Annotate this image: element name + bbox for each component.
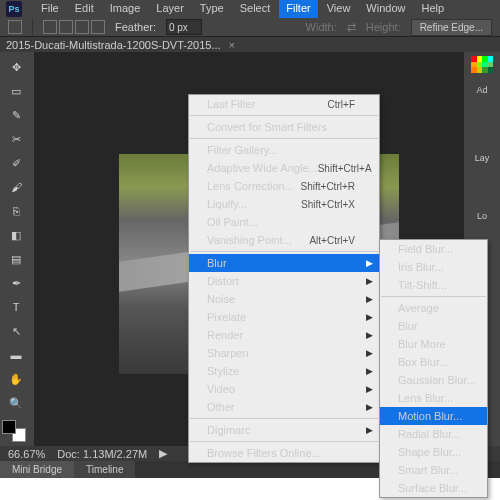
hand-tool-icon[interactable]: ✋	[2, 368, 30, 390]
titlebar: Ps FileEditImageLayerTypeSelectFilterVie…	[0, 0, 500, 18]
filter-item-browse-filters-online[interactable]: Browse Filters Online...	[189, 444, 379, 462]
filter-item-blur[interactable]: Blur▶	[189, 254, 379, 272]
document-tab[interactable]: 2015-Ducati-Multistrada-1200S-DVT-2015..…	[0, 37, 500, 52]
width-label: Width:	[306, 21, 337, 33]
menu-type[interactable]: Type	[193, 0, 231, 18]
move-tool-icon[interactable]: ✥	[2, 56, 30, 78]
lasso-tool-icon[interactable]: ✎	[2, 104, 30, 126]
filter-item-other[interactable]: Other▶	[189, 398, 379, 416]
mini-bridge-tab[interactable]: Mini Bridge	[0, 461, 74, 478]
refine-edge-button[interactable]: Refine Edge...	[411, 19, 492, 36]
swap-icon[interactable]: ⇄	[347, 21, 356, 34]
menu-help[interactable]: Help	[414, 0, 451, 18]
status-arrow-icon[interactable]: ▶	[159, 447, 167, 460]
type-tool-icon[interactable]: T	[2, 296, 30, 318]
filter-menu: Last FilterCtrl+FConvert for Smart Filte…	[188, 94, 380, 463]
marquee-tool-icon[interactable]	[8, 20, 22, 34]
blur-item-motion-blur[interactable]: Motion Blur...	[380, 407, 487, 425]
brush-tool-icon[interactable]: 🖌	[2, 176, 30, 198]
feather-input[interactable]	[166, 19, 202, 35]
blur-item-lens-blur[interactable]: Lens Blur...	[380, 389, 487, 407]
menubar: FileEditImageLayerTypeSelectFilterViewWi…	[30, 0, 451, 18]
log-panel-tab[interactable]: Lo	[477, 211, 487, 221]
height-label: Height:	[366, 21, 401, 33]
layers-panel-tab[interactable]: Lay	[475, 153, 490, 163]
pen-tool-icon[interactable]: ✒	[2, 272, 30, 294]
blur-item-blur-more[interactable]: Blur More	[380, 335, 487, 353]
swatch-color[interactable]	[488, 67, 494, 73]
filter-item-pixelate[interactable]: Pixelate▶	[189, 308, 379, 326]
filter-item-last-filter[interactable]: Last FilterCtrl+F	[189, 95, 379, 113]
adjustments-panel-tab[interactable]: Ad	[476, 85, 487, 95]
crop-tool-icon[interactable]: ✂	[2, 128, 30, 150]
menu-select[interactable]: Select	[233, 0, 278, 18]
zoom-tool-icon[interactable]: 🔍	[2, 392, 30, 414]
app-logo: Ps	[6, 1, 22, 17]
swatches-panel[interactable]	[471, 56, 493, 73]
blur-item-blur[interactable]: Blur	[380, 317, 487, 335]
filter-item-digimarc[interactable]: Digimarc▶	[189, 421, 379, 439]
menu-edit[interactable]: Edit	[68, 0, 101, 18]
marquee-tool-icon[interactable]: ▭	[2, 80, 30, 102]
blur-item-average[interactable]: Average	[380, 299, 487, 317]
blur-item-tilt-shift[interactable]: Tilt-Shift...	[380, 276, 487, 294]
gradient-tool-icon[interactable]: ▤	[2, 248, 30, 270]
close-tab-icon[interactable]: ×	[229, 39, 235, 51]
filter-item-vanishing-point[interactable]: Vanishing Point...Alt+Ctrl+V	[189, 231, 379, 249]
filter-item-convert-for-smart-filters[interactable]: Convert for Smart Filters	[189, 118, 379, 136]
blur-item-surface-blur[interactable]: Surface Blur...	[380, 479, 487, 497]
eyedropper-tool-icon[interactable]: ✐	[2, 152, 30, 174]
color-swatch[interactable]	[2, 420, 28, 442]
shape-tool-icon[interactable]: ▬	[2, 344, 30, 366]
blur-item-smart-blur[interactable]: Smart Blur...	[380, 461, 487, 479]
feather-label: Feather:	[115, 21, 156, 33]
blur-item-gaussian-blur[interactable]: Gaussian Blur...	[380, 371, 487, 389]
filter-item-adaptive-wide-angle[interactable]: Adaptive Wide Angle...Shift+Ctrl+A	[189, 159, 379, 177]
document-title: 2015-Ducati-Multistrada-1200S-DVT-2015..…	[6, 39, 221, 51]
menu-filter[interactable]: Filter	[279, 0, 317, 18]
app-window: Ps FileEditImageLayerTypeSelectFilterVie…	[0, 0, 500, 478]
filter-item-sharpen[interactable]: Sharpen▶	[189, 344, 379, 362]
clone-tool-icon[interactable]: ⎘	[2, 200, 30, 222]
menu-image[interactable]: Image	[103, 0, 148, 18]
blur-item-field-blur[interactable]: Field Blur...	[380, 240, 487, 258]
filter-item-filter-gallery[interactable]: Filter Gallery...	[189, 141, 379, 159]
eraser-tool-icon[interactable]: ◧	[2, 224, 30, 246]
filter-item-lens-correction[interactable]: Lens Correction...Shift+Ctrl+R	[189, 177, 379, 195]
blur-item-shape-blur[interactable]: Shape Blur...	[380, 443, 487, 461]
selection-mode-icon[interactable]	[43, 20, 105, 34]
options-bar: Feather: Width: ⇄ Height: Refine Edge...	[0, 18, 500, 37]
menu-window[interactable]: Window	[359, 0, 412, 18]
blur-item-iris-blur[interactable]: Iris Blur...	[380, 258, 487, 276]
filter-item-noise[interactable]: Noise▶	[189, 290, 379, 308]
menu-layer[interactable]: Layer	[149, 0, 191, 18]
filter-item-render[interactable]: Render▶	[189, 326, 379, 344]
filter-item-liquify[interactable]: Liquify...Shift+Ctrl+X	[189, 195, 379, 213]
toolbox: ✥ ▭ ✎ ✂ ✐ 🖌 ⎘ ◧ ▤ ✒ T ↖ ▬ ✋ 🔍	[0, 52, 34, 446]
timeline-tab[interactable]: Timeline	[74, 461, 135, 478]
workspace: ✥ ▭ ✎ ✂ ✐ 🖌 ⎘ ◧ ▤ ✒ T ↖ ▬ ✋ 🔍 Ad Lay Lo	[0, 52, 500, 446]
blur-item-radial-blur[interactable]: Radial Blur...	[380, 425, 487, 443]
filter-item-oil-paint[interactable]: Oil Paint...	[189, 213, 379, 231]
doc-size: Doc: 1.13M/2.27M	[57, 448, 147, 460]
menu-view[interactable]: View	[320, 0, 358, 18]
zoom-level[interactable]: 66.67%	[8, 448, 45, 460]
filter-item-distort[interactable]: Distort▶	[189, 272, 379, 290]
filter-item-video[interactable]: Video▶	[189, 380, 379, 398]
blur-item-box-blur[interactable]: Box Blur...	[380, 353, 487, 371]
blur-submenu: Field Blur...Iris Blur...Tilt-Shift...Av…	[379, 239, 488, 498]
filter-item-stylize[interactable]: Stylize▶	[189, 362, 379, 380]
menu-file[interactable]: File	[34, 0, 66, 18]
path-tool-icon[interactable]: ↖	[2, 320, 30, 342]
